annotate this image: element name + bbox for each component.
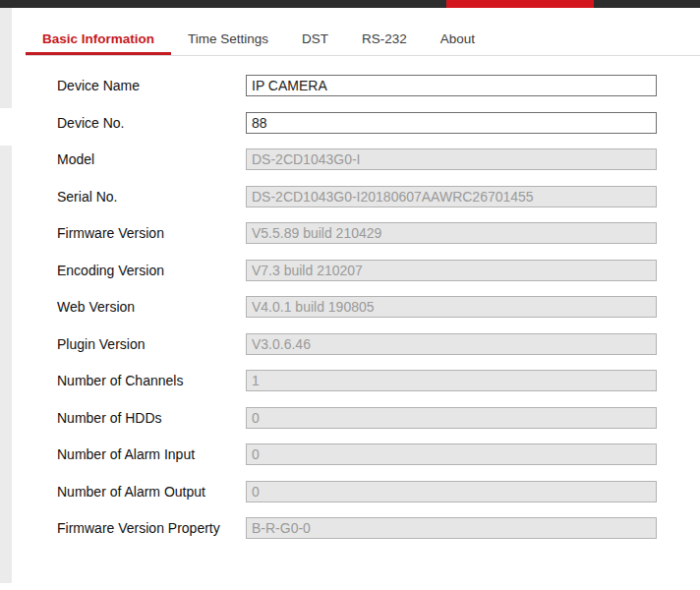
device-no-input[interactable] bbox=[246, 112, 657, 134]
number-of-alarm-input-input bbox=[246, 443, 657, 465]
number-of-hdds-input bbox=[246, 407, 657, 429]
form-row-number-of-channels: Number of Channels bbox=[0, 370, 700, 391]
tab-basic-information[interactable]: Basic Information bbox=[26, 24, 171, 55]
number-of-channels-input bbox=[246, 370, 657, 391]
form-row-plugin-version: Plugin Version bbox=[0, 333, 700, 355]
device-no-label: Device No. bbox=[57, 115, 246, 131]
web-version-label: Web Version bbox=[57, 299, 246, 315]
encoding-version-input bbox=[246, 260, 657, 281]
firmware-version-input bbox=[246, 222, 657, 244]
number-of-channels-label: Number of Channels bbox=[57, 373, 246, 388]
form-row-serial-no: Serial No. bbox=[0, 186, 700, 207]
number-of-alarm-output-label: Number of Alarm Output bbox=[57, 484, 246, 500]
serial-no-label: Serial No. bbox=[57, 189, 246, 205]
form-row-device-name: Device Name bbox=[0, 75, 700, 96]
web-version-input bbox=[246, 296, 657, 318]
serial-no-input bbox=[246, 186, 657, 207]
firmware-version-label: Firmware Version bbox=[57, 225, 246, 241]
form-row-firmware-version-property: Firmware Version Property bbox=[0, 517, 700, 539]
top-bar bbox=[0, 0, 700, 8]
tab-about[interactable]: About bbox=[424, 24, 492, 55]
form-row-web-version: Web Version bbox=[0, 296, 700, 318]
number-of-alarm-output-input bbox=[246, 481, 657, 502]
basic-information-form: Device NameDevice No.ModelSerial No.Firm… bbox=[0, 75, 700, 555]
tab-time-settings[interactable]: Time Settings bbox=[171, 24, 285, 55]
device-name-input[interactable] bbox=[246, 75, 657, 96]
model-label: Model bbox=[57, 151, 246, 167]
form-row-model: Model bbox=[0, 148, 700, 170]
form-row-firmware-version: Firmware Version bbox=[0, 222, 700, 244]
number-of-hdds-label: Number of HDDs bbox=[57, 410, 246, 426]
firmware-version-property-label: Firmware Version Property bbox=[57, 520, 246, 536]
form-row-number-of-hdds: Number of HDDs bbox=[0, 407, 700, 429]
form-row-encoding-version: Encoding Version bbox=[0, 260, 700, 281]
form-row-number-of-alarm-input: Number of Alarm Input bbox=[0, 443, 700, 465]
plugin-version-label: Plugin Version bbox=[57, 336, 246, 352]
device-name-label: Device Name bbox=[57, 78, 246, 93]
top-bar-accent bbox=[446, 0, 594, 8]
tab-dst[interactable]: DST bbox=[285, 24, 345, 55]
encoding-version-label: Encoding Version bbox=[57, 263, 246, 278]
number-of-alarm-input-label: Number of Alarm Input bbox=[57, 446, 246, 462]
form-row-number-of-alarm-output: Number of Alarm Output bbox=[0, 481, 700, 502]
form-row-device-no: Device No. bbox=[0, 112, 700, 134]
tab-rs-232[interactable]: RS-232 bbox=[345, 24, 424, 55]
firmware-version-property-input bbox=[246, 517, 657, 539]
model-input bbox=[246, 148, 657, 170]
plugin-version-input bbox=[246, 333, 657, 355]
tab-bar: Basic InformationTime SettingsDSTRS-232A… bbox=[26, 24, 700, 56]
